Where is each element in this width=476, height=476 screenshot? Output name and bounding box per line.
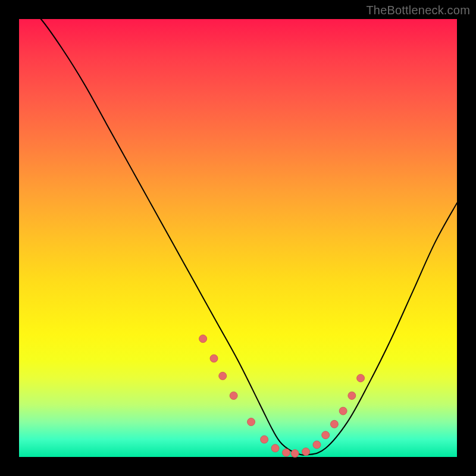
marker-dot [271,444,279,452]
marker-dot [199,335,207,343]
marker-dot [248,418,255,426]
marker-dot [261,436,268,443]
profile-curve [19,0,457,455]
marker-dot [291,450,299,458]
curve-overlay [19,19,457,457]
marker-dot [348,392,356,399]
marker-dot [322,431,330,439]
marker-dot [210,355,218,362]
marker-dot [230,392,237,399]
marker-dots [199,335,365,458]
attribution-text: TheBottleneck.com [366,4,470,17]
marker-dot [313,441,321,449]
marker-dot [302,448,310,456]
marker-dot [339,407,347,415]
marker-dot [330,420,338,428]
marker-dot [219,372,227,380]
marker-dot [282,449,290,456]
chart-stage: TheBottleneck.com [0,0,476,476]
plot-area [19,19,457,457]
marker-dot [357,374,365,382]
